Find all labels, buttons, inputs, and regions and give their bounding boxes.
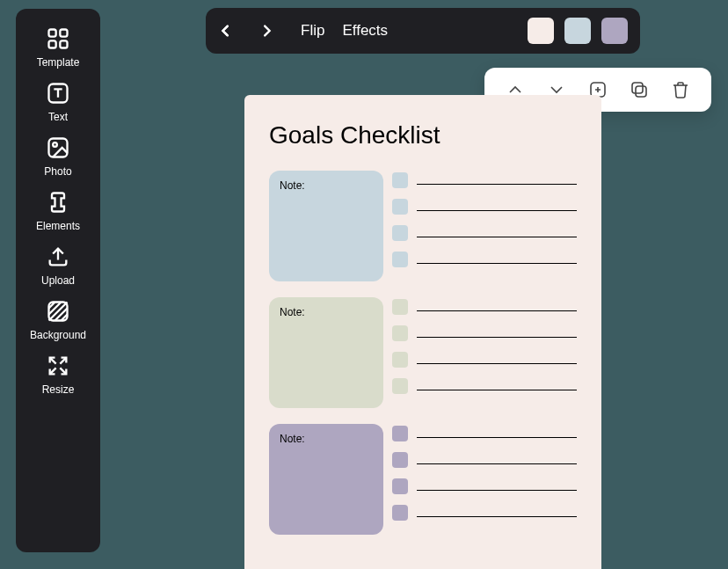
rule-line xyxy=(417,237,577,237)
color-swatch-2[interactable] xyxy=(564,18,591,44)
svg-rect-9 xyxy=(636,86,646,97)
duplicate-button[interactable] xyxy=(629,79,650,100)
note-label: Note: xyxy=(280,306,305,318)
color-swatch-3[interactable] xyxy=(601,18,628,44)
sidebar-item-label: Text xyxy=(48,111,68,123)
checklist-row[interactable] xyxy=(392,378,577,394)
rule-line xyxy=(417,490,577,491)
sidebar-item-text[interactable]: Text xyxy=(16,81,100,123)
sidebar-item-label: Background xyxy=(30,329,86,341)
checklist-lines xyxy=(392,171,577,281)
upload-icon xyxy=(46,244,70,269)
checklist-row[interactable] xyxy=(392,325,577,341)
undo-button[interactable] xyxy=(218,19,241,42)
flip-button[interactable]: Flip xyxy=(301,22,324,40)
rule-line xyxy=(417,363,577,364)
svg-rect-1 xyxy=(60,30,67,37)
checkbox[interactable] xyxy=(392,299,408,315)
sidebar-item-background[interactable]: Background xyxy=(16,299,100,341)
template-icon xyxy=(46,26,70,51)
checklist-row[interactable] xyxy=(392,478,577,494)
sidebar-item-template[interactable]: Template xyxy=(16,26,100,69)
resize-icon xyxy=(46,354,70,378)
color-swatch-1[interactable] xyxy=(528,18,554,44)
sidebar-item-upload[interactable]: Upload xyxy=(16,244,100,287)
checklist-row[interactable] xyxy=(392,199,577,215)
checkbox[interactable] xyxy=(392,352,408,368)
note-box[interactable]: Note: xyxy=(269,171,383,281)
checklist-row[interactable] xyxy=(392,299,577,315)
elements-icon xyxy=(46,190,70,215)
effects-button[interactable]: Effects xyxy=(342,22,388,40)
checkbox[interactable] xyxy=(392,426,408,441)
checkbox[interactable] xyxy=(392,172,408,188)
checkbox[interactable] xyxy=(392,452,408,468)
top-toolbar: Flip Effects xyxy=(206,8,640,54)
sidebar-item-resize[interactable]: Resize xyxy=(16,354,100,396)
checkbox[interactable] xyxy=(392,252,408,267)
rule-line xyxy=(417,337,577,338)
checkbox[interactable] xyxy=(392,478,408,494)
checklist-section: Note: xyxy=(269,171,577,281)
sidebar-item-label: Upload xyxy=(41,274,75,287)
photo-icon xyxy=(46,135,70,160)
redo-button[interactable] xyxy=(251,19,274,42)
checklist-row[interactable] xyxy=(392,225,577,241)
sidebar-item-elements[interactable]: Elements xyxy=(16,190,100,232)
checkbox[interactable] xyxy=(392,505,408,521)
sidebar-item-label: Template xyxy=(37,56,80,69)
checklist-row[interactable] xyxy=(392,252,577,267)
text-icon xyxy=(46,81,70,106)
checklist-section: Note: xyxy=(269,424,577,535)
checklist-row[interactable] xyxy=(392,505,577,521)
svg-rect-5 xyxy=(49,139,68,157)
sidebar-item-label: Photo xyxy=(44,165,71,178)
svg-rect-2 xyxy=(49,40,56,47)
rule-line xyxy=(417,437,577,438)
checklist-row[interactable] xyxy=(392,172,577,188)
note-label: Note: xyxy=(280,179,305,192)
rule-line xyxy=(417,210,577,211)
checklist-lines xyxy=(392,297,577,408)
rule-line xyxy=(417,310,577,311)
design-canvas[interactable]: Goals Checklist Note: Note: Note: xyxy=(244,95,601,569)
checkbox[interactable] xyxy=(392,225,408,241)
note-label: Note: xyxy=(280,433,305,445)
rule-line xyxy=(417,184,577,185)
rule-line xyxy=(417,463,577,464)
checklist-row[interactable] xyxy=(392,426,577,441)
svg-rect-10 xyxy=(632,83,643,93)
checklist-row[interactable] xyxy=(392,352,577,368)
rule-line xyxy=(417,516,577,517)
sidebar-item-photo[interactable]: Photo xyxy=(16,135,100,178)
checklist-section: Note: xyxy=(269,297,577,408)
note-box[interactable]: Note: xyxy=(269,297,383,408)
checkbox[interactable] xyxy=(392,199,408,215)
svg-rect-0 xyxy=(49,30,56,37)
checklist-row[interactable] xyxy=(392,452,577,468)
sidebar-item-label: Elements xyxy=(36,220,80,232)
svg-rect-3 xyxy=(60,40,67,47)
sidebar: Template Text Photo Elements Upload Back… xyxy=(16,9,100,552)
svg-point-6 xyxy=(53,142,57,147)
note-box[interactable]: Note: xyxy=(269,424,383,535)
checkbox[interactable] xyxy=(392,325,408,341)
checkbox[interactable] xyxy=(392,378,408,394)
rule-line xyxy=(417,263,577,264)
delete-button[interactable] xyxy=(670,79,691,100)
checklist-lines xyxy=(392,424,577,535)
rule-line xyxy=(417,390,577,390)
sidebar-item-label: Resize xyxy=(42,383,75,396)
background-icon xyxy=(46,299,70,324)
document-title[interactable]: Goals Checklist xyxy=(269,121,577,150)
